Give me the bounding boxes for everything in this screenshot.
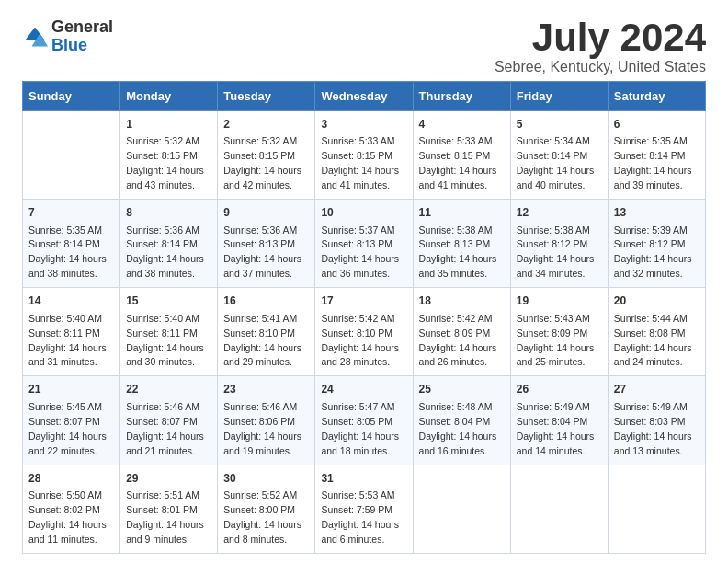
week-row-3: 14Sunrise: 5:40 AM Sunset: 8:11 PM Dayli… <box>23 288 706 376</box>
header-cell-monday: Monday <box>120 82 218 111</box>
day-number: 5 <box>517 117 602 132</box>
calendar-table: SundayMondayTuesdayWednesdayThursdayFrid… <box>22 81 706 554</box>
calendar-cell: 3Sunrise: 5:33 AM Sunset: 8:15 PM Daylig… <box>315 111 413 200</box>
calendar-cell: 9Sunrise: 5:36 AM Sunset: 8:13 PM Daylig… <box>218 200 315 288</box>
cell-info: Sunrise: 5:36 AM Sunset: 8:14 PM Dayligh… <box>126 224 204 280</box>
day-number: 28 <box>28 471 114 487</box>
calendar-cell: 7Sunrise: 5:35 AM Sunset: 8:14 PM Daylig… <box>23 200 120 288</box>
calendar-cell: 29Sunrise: 5:51 AM Sunset: 8:01 PM Dayli… <box>120 465 218 553</box>
calendar-cell: 13Sunrise: 5:39 AM Sunset: 8:12 PM Dayli… <box>608 200 705 288</box>
cell-info: Sunrise: 5:53 AM Sunset: 7:59 PM Dayligh… <box>321 489 399 545</box>
calendar-cell: 11Sunrise: 5:38 AM Sunset: 8:13 PM Dayli… <box>413 200 510 288</box>
cell-info: Sunrise: 5:32 AM Sunset: 8:15 PM Dayligh… <box>126 135 204 190</box>
logo-text: General Blue <box>51 18 113 55</box>
calendar-cell: 4Sunrise: 5:33 AM Sunset: 8:15 PM Daylig… <box>413 111 510 200</box>
day-number: 25 <box>419 382 505 397</box>
cell-info: Sunrise: 5:46 AM Sunset: 8:07 PM Dayligh… <box>126 401 204 456</box>
calendar-cell: 17Sunrise: 5:42 AM Sunset: 8:10 PM Dayli… <box>315 288 413 376</box>
day-number: 30 <box>223 471 309 487</box>
day-number: 16 <box>223 293 309 309</box>
cell-info: Sunrise: 5:42 AM Sunset: 8:09 PM Dayligh… <box>419 313 497 368</box>
header-cell-wednesday: Wednesday <box>315 82 413 111</box>
calendar-body: 1Sunrise: 5:32 AM Sunset: 8:15 PM Daylig… <box>23 111 706 554</box>
day-number: 26 <box>517 382 602 397</box>
calendar-cell: 31Sunrise: 5:53 AM Sunset: 7:59 PM Dayli… <box>315 465 413 553</box>
logo-icon <box>22 24 48 50</box>
cell-info: Sunrise: 5:40 AM Sunset: 8:11 PM Dayligh… <box>126 313 204 368</box>
day-number: 21 <box>28 382 114 397</box>
day-number: 7 <box>28 205 114 221</box>
week-row-2: 7Sunrise: 5:35 AM Sunset: 8:14 PM Daylig… <box>23 200 706 288</box>
calendar-cell: 19Sunrise: 5:43 AM Sunset: 8:09 PM Dayli… <box>510 288 608 376</box>
day-number: 1 <box>126 117 211 132</box>
cell-info: Sunrise: 5:43 AM Sunset: 8:09 PM Dayligh… <box>517 313 595 368</box>
day-number: 27 <box>614 382 700 397</box>
cell-info: Sunrise: 5:35 AM Sunset: 8:14 PM Dayligh… <box>28 224 107 280</box>
cell-info: Sunrise: 5:39 AM Sunset: 8:12 PM Dayligh… <box>614 224 692 280</box>
calendar-cell: 25Sunrise: 5:48 AM Sunset: 8:04 PM Dayli… <box>413 376 510 465</box>
cell-info: Sunrise: 5:38 AM Sunset: 8:13 PM Dayligh… <box>419 224 497 280</box>
cell-info: Sunrise: 5:49 AM Sunset: 8:03 PM Dayligh… <box>614 401 692 456</box>
cell-info: Sunrise: 5:42 AM Sunset: 8:10 PM Dayligh… <box>321 313 399 368</box>
cell-info: Sunrise: 5:36 AM Sunset: 8:13 PM Dayligh… <box>223 224 301 280</box>
calendar-cell <box>608 465 705 553</box>
cell-info: Sunrise: 5:51 AM Sunset: 8:01 PM Dayligh… <box>126 489 204 545</box>
cell-info: Sunrise: 5:33 AM Sunset: 8:15 PM Dayligh… <box>321 135 399 190</box>
calendar-cell: 15Sunrise: 5:40 AM Sunset: 8:11 PM Dayli… <box>120 288 218 376</box>
cell-info: Sunrise: 5:40 AM Sunset: 8:11 PM Dayligh… <box>28 313 107 368</box>
header-cell-friday: Friday <box>510 82 608 111</box>
header-cell-tuesday: Tuesday <box>218 82 315 111</box>
day-number: 20 <box>614 293 700 309</box>
day-number: 23 <box>223 382 309 397</box>
day-number: 22 <box>126 382 211 397</box>
calendar-cell: 28Sunrise: 5:50 AM Sunset: 8:02 PM Dayli… <box>23 465 120 553</box>
cell-info: Sunrise: 5:45 AM Sunset: 8:07 PM Dayligh… <box>28 401 107 456</box>
header-cell-thursday: Thursday <box>413 82 510 111</box>
day-number: 3 <box>321 117 406 132</box>
cell-info: Sunrise: 5:33 AM Sunset: 8:15 PM Dayligh… <box>419 135 497 190</box>
cell-info: Sunrise: 5:52 AM Sunset: 8:00 PM Dayligh… <box>223 489 301 545</box>
day-number: 6 <box>614 117 700 132</box>
calendar-cell: 5Sunrise: 5:34 AM Sunset: 8:14 PM Daylig… <box>510 111 608 200</box>
header-cell-sunday: Sunday <box>23 82 120 111</box>
calendar-cell: 27Sunrise: 5:49 AM Sunset: 8:03 PM Dayli… <box>608 376 705 465</box>
cell-info: Sunrise: 5:37 AM Sunset: 8:13 PM Dayligh… <box>321 224 399 280</box>
day-number: 29 <box>126 471 211 487</box>
day-number: 13 <box>614 205 700 221</box>
logo: General Blue <box>22 18 113 55</box>
day-number: 17 <box>321 293 406 309</box>
cell-info: Sunrise: 5:50 AM Sunset: 8:02 PM Dayligh… <box>28 489 107 545</box>
logo-general: General <box>51 18 113 37</box>
calendar-cell: 8Sunrise: 5:36 AM Sunset: 8:14 PM Daylig… <box>120 200 218 288</box>
calendar-cell: 2Sunrise: 5:32 AM Sunset: 8:15 PM Daylig… <box>218 111 315 200</box>
day-number: 9 <box>223 205 309 221</box>
cell-info: Sunrise: 5:34 AM Sunset: 8:14 PM Dayligh… <box>517 135 595 190</box>
cell-info: Sunrise: 5:49 AM Sunset: 8:04 PM Dayligh… <box>517 401 595 456</box>
main-title: July 2024 <box>495 18 706 57</box>
calendar-cell: 16Sunrise: 5:41 AM Sunset: 8:10 PM Dayli… <box>218 288 315 376</box>
day-number: 4 <box>419 117 505 132</box>
calendar-cell <box>23 111 120 200</box>
week-row-5: 28Sunrise: 5:50 AM Sunset: 8:02 PM Dayli… <box>23 465 706 553</box>
calendar-cell: 23Sunrise: 5:46 AM Sunset: 8:06 PM Dayli… <box>218 376 315 465</box>
calendar-cell: 21Sunrise: 5:45 AM Sunset: 8:07 PM Dayli… <box>23 376 120 465</box>
cell-info: Sunrise: 5:48 AM Sunset: 8:04 PM Dayligh… <box>419 401 497 456</box>
day-number: 15 <box>126 293 211 309</box>
cell-info: Sunrise: 5:44 AM Sunset: 8:08 PM Dayligh… <box>614 313 692 368</box>
calendar-cell: 18Sunrise: 5:42 AM Sunset: 8:09 PM Dayli… <box>413 288 510 376</box>
calendar-cell: 6Sunrise: 5:35 AM Sunset: 8:14 PM Daylig… <box>608 111 705 200</box>
calendar-cell: 1Sunrise: 5:32 AM Sunset: 8:15 PM Daylig… <box>120 111 218 200</box>
calendar-cell: 26Sunrise: 5:49 AM Sunset: 8:04 PM Dayli… <box>510 376 608 465</box>
calendar-header: SundayMondayTuesdayWednesdayThursdayFrid… <box>23 82 706 111</box>
week-row-1: 1Sunrise: 5:32 AM Sunset: 8:15 PM Daylig… <box>23 111 706 200</box>
cell-info: Sunrise: 5:47 AM Sunset: 8:05 PM Dayligh… <box>321 401 399 456</box>
cell-info: Sunrise: 5:38 AM Sunset: 8:12 PM Dayligh… <box>517 224 595 280</box>
cell-info: Sunrise: 5:35 AM Sunset: 8:14 PM Dayligh… <box>614 135 692 190</box>
header-row: SundayMondayTuesdayWednesdayThursdayFrid… <box>23 82 706 111</box>
logo-blue: Blue <box>51 37 113 55</box>
day-number: 11 <box>419 205 505 221</box>
cell-info: Sunrise: 5:41 AM Sunset: 8:10 PM Dayligh… <box>223 313 301 368</box>
calendar-cell: 12Sunrise: 5:38 AM Sunset: 8:12 PM Dayli… <box>510 200 608 288</box>
day-number: 18 <box>419 293 505 309</box>
day-number: 8 <box>126 205 211 221</box>
